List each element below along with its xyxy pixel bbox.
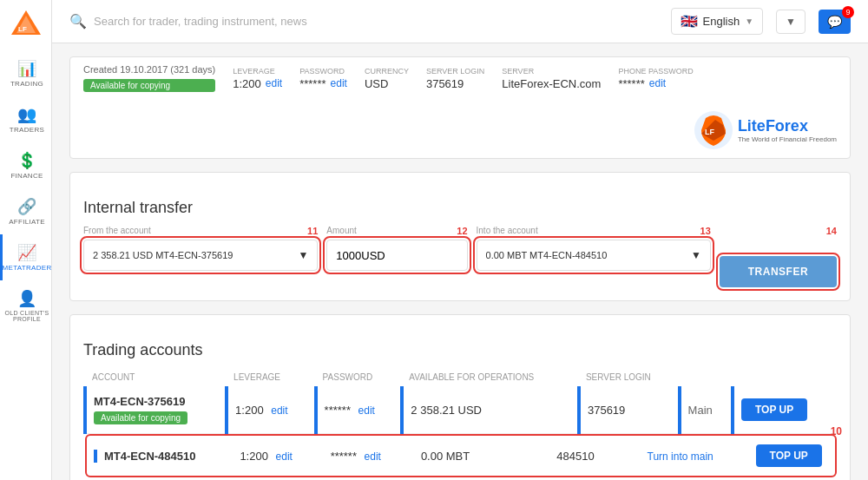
server-detail: SERVER LiteForex-ECN.com	[502, 67, 601, 90]
search-placeholder: Search for trader, trading instrument, n…	[94, 15, 307, 28]
col-leverage: LEVERAGE	[227, 368, 316, 386]
password-edit-link[interactable]: edit	[331, 77, 347, 89]
row1-badge: Available for copying	[94, 411, 187, 424]
row1-available: 2 358.21 USD	[402, 386, 579, 434]
transfer-btn-container: 14 TRANSFER	[720, 226, 837, 287]
row2-turn-main: Turn into main	[648, 450, 756, 463]
old-client-icon: 👤	[17, 289, 36, 308]
svg-text:LF: LF	[705, 128, 714, 136]
language-selector[interactable]: 🇬🇧 English ▼	[671, 8, 764, 35]
turn-into-main-link[interactable]: Turn into main	[648, 450, 713, 463]
search-bar: 🔍 Search for trader, trading instrument,…	[69, 13, 658, 30]
language-label: English	[703, 15, 740, 28]
metatrader-icon: 📈	[17, 243, 36, 262]
from-account-field: From the account 11 2 358.21 USD MT4-ECN…	[83, 226, 318, 271]
row1-account: MT4-ECN-375619 Available for copying	[85, 386, 227, 434]
row1-main: Main	[680, 386, 733, 434]
row1-password: ****** edit	[316, 386, 403, 434]
from-account-select[interactable]: 2 358.21 USD MT4-ECN-375619 ▼	[83, 240, 318, 271]
created-date: Created 19.10.2017 (321 days)	[83, 64, 215, 75]
row1-server-login: 375619	[579, 386, 680, 434]
sidebar-item-metatrader[interactable]: 📈 METATRADER	[0, 234, 51, 280]
row2-password-edit[interactable]: edit	[365, 450, 381, 463]
row2-password: ****** edit	[331, 450, 421, 463]
into-account-select[interactable]: 0.00 MBT MT4-ECN-484510 ▼	[477, 240, 711, 271]
topbar: 🔍 Search for trader, trading instrument,…	[52, 0, 868, 43]
old-client-label: OLD CLIENT'S PROFILE	[3, 310, 51, 322]
trading-accounts-section: Trading accounts ACCOUNT LEVERAGE PASSWO…	[69, 314, 851, 480]
liteforex-logo-icon: LF	[693, 109, 734, 151]
arrow-down-button[interactable]: ▼	[776, 10, 806, 34]
row2-leverage-edit[interactable]: edit	[276, 450, 293, 463]
sidebar-item-old-client[interactable]: 👤 OLD CLIENT'S PROFILE	[0, 280, 51, 331]
table-header: ACCOUNT LEVERAGE PASSWORD AVAILABLE FOR …	[85, 368, 837, 386]
sidebar-item-finance[interactable]: 💲 FINANCE	[0, 142, 51, 188]
row1-password-edit[interactable]: edit	[358, 404, 375, 417]
phone-password-edit-link[interactable]: edit	[649, 77, 666, 89]
row2-account: MT4-ECN-484510	[104, 450, 240, 463]
step-12-label: 12	[457, 226, 467, 237]
available-badge: Available for copying	[83, 79, 215, 92]
into-account-chevron: ▼	[691, 249, 701, 261]
col-server-login: SERVER LOGIN	[579, 368, 680, 386]
sidebar: LF 📊 TRADING 👥 TRADERS 💲 FINANCE 🔗 AFFIL…	[0, 0, 52, 480]
transfer-row: From the account 11 2 358.21 USD MT4-ECN…	[83, 226, 837, 287]
liteforex-logo: LF LiteForex The World of Financial Free…	[693, 109, 837, 151]
row1-topup: TOP UP	[733, 386, 837, 434]
amount-field: Amount 12	[326, 226, 467, 271]
search-icon: 🔍	[69, 13, 87, 30]
leverage-edit-link[interactable]: edit	[266, 77, 282, 89]
row2-leverage: 1:200 edit	[240, 450, 330, 463]
row2-topup-button[interactable]: TOP UP	[756, 444, 822, 467]
col-account: ACCOUNT	[85, 368, 227, 386]
internal-transfer-section: Internal transfer From the account 11 2 …	[69, 172, 851, 301]
sidebar-item-traders[interactable]: 👥 TRADERS	[0, 96, 51, 142]
internal-transfer-title: Internal transfer	[83, 199, 837, 217]
main-area: 🔍 Search for trader, trading instrument,…	[52, 0, 868, 480]
from-account-value: 2 358.21 USD MT4-ECN-375619	[93, 250, 233, 260]
content-area: Created 19.10.2017 (321 days) Available …	[52, 43, 868, 480]
table-row: 10 MT4-ECN-484510 1:200 edit ******	[85, 434, 837, 478]
currency-detail: CURRENCY USD	[365, 67, 409, 90]
traders-icon: 👥	[17, 105, 36, 124]
row2-available: 0.00 MBT	[421, 450, 556, 463]
affiliate-icon: 🔗	[17, 197, 36, 216]
sidebar-item-affiliate[interactable]: 🔗 AFFILIATE	[0, 188, 51, 234]
password-detail: PASSWORD ****** edit	[299, 67, 347, 90]
from-account-chevron: ▼	[298, 249, 308, 261]
col-action2	[733, 368, 837, 386]
step-11-label: 11	[307, 226, 318, 237]
row1-topup-button[interactable]: TOP UP	[741, 398, 807, 421]
table-row: MT4-ECN-375619 Available for copying 1:2…	[85, 386, 837, 434]
transfer-button[interactable]: TRANSFER	[720, 256, 837, 287]
row2-topup-cell: TOP UP	[756, 444, 828, 467]
trading-accounts-table: ACCOUNT LEVERAGE PASSWORD AVAILABLE FOR …	[83, 368, 837, 477]
step-10-badge: 10	[831, 425, 842, 437]
chevron-down-icon: ▼	[745, 16, 753, 26]
amount-input[interactable]	[326, 240, 467, 271]
row2-server-login: 484510	[556, 450, 647, 463]
chat-badge: 9	[842, 6, 854, 18]
liteforex-tagline: The World of Financial Freedom	[738, 135, 837, 143]
step-13-label: 13	[700, 226, 711, 237]
leverage-detail: LEVERAGE 1:200 edit	[233, 67, 282, 90]
flag-icon: 🇬🇧	[681, 13, 698, 30]
sidebar-item-trading[interactable]: 📊 TRADING	[0, 50, 51, 96]
into-account-value: 0.00 MBT MT4-ECN-484510	[486, 250, 608, 260]
account-bar: Created 19.10.2017 (321 days) Available …	[69, 56, 851, 159]
col-available: AVAILABLE FOR OPERATIONS	[402, 368, 579, 386]
col-password: PASSWORD	[316, 368, 403, 386]
server-login-detail: SERVER LOGIN 375619	[426, 67, 484, 90]
trading-icon: 📊	[17, 59, 36, 78]
col-action1	[680, 368, 733, 386]
finance-icon: 💲	[17, 151, 36, 170]
into-account-field: Into the account 13 0.00 MBT MT4-ECN-484…	[477, 226, 711, 271]
sidebar-logo: LF	[10, 9, 43, 42]
row1-leverage-edit[interactable]: edit	[271, 404, 287, 417]
row1-leverage: 1:200 edit	[227, 386, 316, 434]
trading-accounts-title: Trading accounts	[83, 341, 837, 359]
svg-text:LF: LF	[18, 25, 27, 33]
step-14-label: 14	[826, 226, 837, 236]
liteforex-name: LiteForex	[738, 117, 837, 135]
phone-password-detail: PHONE PASSWORD ****** edit	[618, 67, 693, 90]
